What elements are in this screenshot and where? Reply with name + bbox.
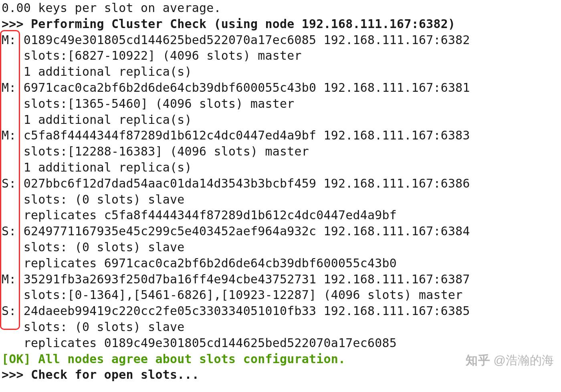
terminal-output: 0.00 keys per slot on average. >>> Perfo… bbox=[0, 0, 561, 383]
